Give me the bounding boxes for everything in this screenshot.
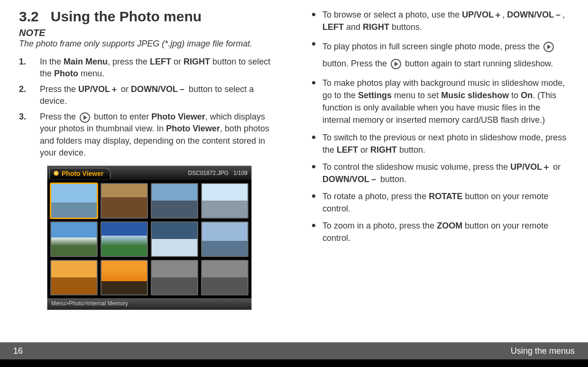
photo-viewer-title: Photo Viewer: [62, 170, 103, 177]
bullet-music-slideshow: To make photos play with background musi…: [308, 77, 569, 126]
thumbnail: [151, 221, 198, 257]
play-icon: [543, 42, 554, 52]
bullet-rotate: To rotate a photo, press the ROTATE butt…: [308, 190, 569, 215]
thumbnail: [50, 260, 98, 295]
step-3: Press the button to enter Photo Viewer, …: [19, 111, 280, 159]
section-number: 3.2: [19, 9, 39, 24]
note-label: NOTE: [19, 28, 280, 38]
thumbnail: [201, 260, 248, 295]
bullet-volume: To control the slideshow music volume, p…: [308, 161, 569, 185]
steps-list: In the Main Menu, press the LEFT or RIGH…: [19, 56, 280, 159]
thumbnail: [151, 183, 198, 219]
photo-viewer-figure: Photo Viewer DSC01872.JPG 1/109 Menu>Pho…: [47, 165, 252, 310]
footer-black-strip: [0, 359, 588, 367]
footer-bar: 16 Using the menus: [0, 342, 588, 359]
thumbnail: [101, 260, 148, 295]
tab-dot-icon: [54, 171, 59, 176]
bullet-switch-photo: To switch to the previous or next photo …: [308, 131, 569, 156]
section-title-text: Using the Photo menu: [51, 9, 202, 24]
thumbnail: [50, 221, 98, 257]
thumbnail: [151, 260, 198, 295]
section-heading: 3.2 Using the Photo menu: [19, 9, 280, 25]
photo-viewer-tab: Photo Viewer: [49, 168, 110, 179]
step-1: In the Main Menu, press the LEFT or RIGH…: [19, 56, 280, 80]
page-number: 16: [13, 346, 23, 356]
content-area: 3.2 Using the Photo menu NOTE The photo …: [0, 0, 588, 342]
play-icon: [80, 112, 90, 123]
thumbnail: [101, 221, 148, 257]
photo-viewer-filename: DSC01872.JPG: [188, 170, 229, 176]
photo-viewer-header: Photo Viewer DSC01872.JPG 1/109: [47, 166, 251, 180]
photo-viewer-count: 1/109: [233, 170, 248, 176]
page-footer: 16 Using the menus: [0, 342, 588, 367]
bullet-list: To browse or select a photo, use the UP/…: [308, 9, 569, 244]
thumbnail: [50, 183, 98, 219]
right-column: To browse or select a photo, use the UP/…: [308, 9, 569, 342]
bullet-fullscreen: To play photos in full screen single pho…: [308, 38, 569, 72]
document-page: 3.2 Using the Photo menu NOTE The photo …: [0, 0, 588, 367]
bullet-zoom: To zoom in a photo, press the ZOOM butto…: [308, 220, 569, 244]
footer-chapter: Using the menus: [511, 346, 575, 356]
step-2: Press the UP/VOL＋ or DOWN/VOL－ button to…: [19, 83, 280, 107]
thumbnail: [201, 221, 248, 257]
thumbnail: [201, 183, 248, 219]
play-icon: [391, 59, 401, 69]
bullet-browse: To browse or select a photo, use the UP/…: [308, 9, 569, 33]
thumbnail: [101, 183, 148, 219]
note-text: The photo frame only supports JPEG (*.jp…: [19, 38, 280, 49]
photo-viewer-grid: [47, 180, 251, 298]
left-column: 3.2 Using the Photo menu NOTE The photo …: [19, 9, 280, 342]
photo-viewer-breadcrumb: Menu>Photo>Internal Memory: [47, 298, 251, 310]
